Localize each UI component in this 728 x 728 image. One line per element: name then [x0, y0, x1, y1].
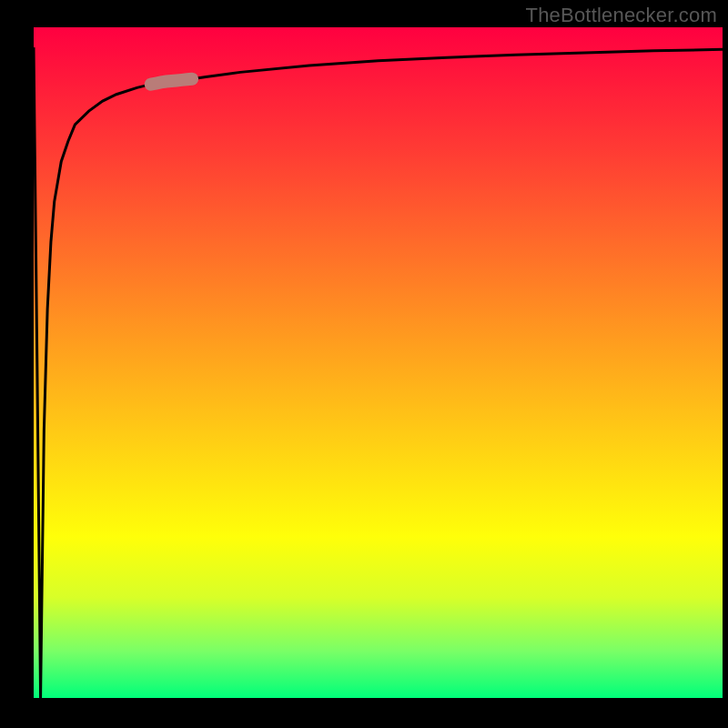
figure-root: TheBottlenecker.com [0, 0, 728, 728]
bottleneck-curve [34, 47, 723, 698]
curve-layer [34, 27, 723, 698]
watermark-text: TheBottlenecker.com [526, 4, 717, 27]
marker-segment [151, 79, 192, 85]
